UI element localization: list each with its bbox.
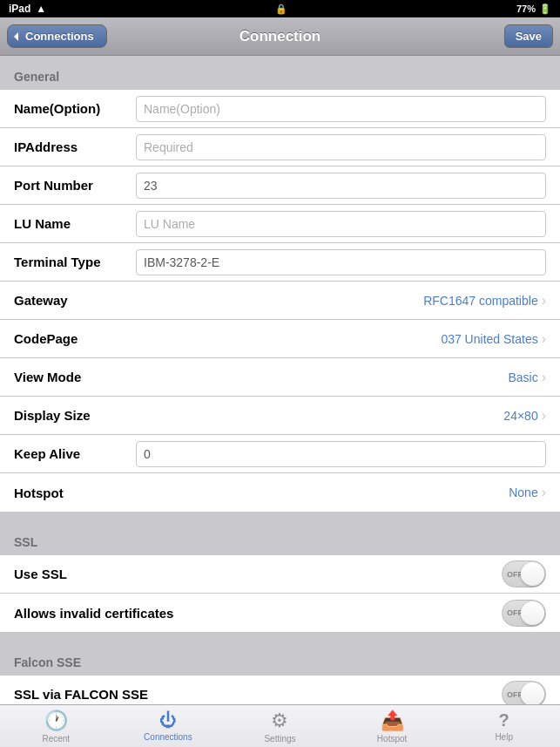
keep-alive-label: Keep Alive bbox=[14, 446, 136, 461]
lu-name-input[interactable] bbox=[136, 211, 546, 237]
nav-bar: Connections Connection Save bbox=[0, 17, 560, 56]
recent-icon: 🕐 bbox=[44, 710, 68, 732]
terminal-type-row: Terminal Type bbox=[0, 243, 560, 282]
view-mode-row[interactable]: View Mode Basic › bbox=[0, 358, 560, 397]
tab-recent[interactable]: 🕐 Recent bbox=[0, 705, 112, 747]
codepage-value[interactable]: 037 United States › bbox=[136, 331, 546, 347]
hotspot-icon: 📤 bbox=[381, 710, 404, 732]
name-option-label: Name(Option) bbox=[14, 101, 136, 116]
ip-address-label: IPAddress bbox=[14, 139, 136, 154]
hotspot-value-text: None bbox=[509, 486, 537, 499]
save-button[interactable]: Save bbox=[504, 24, 553, 48]
invalid-certs-knob bbox=[521, 601, 544, 625]
ssl-falcon-knob bbox=[521, 682, 544, 704]
display-size-value[interactable]: 24×80 › bbox=[136, 408, 546, 424]
ssl-falcon-label: SSL via FALCON SSE bbox=[14, 687, 148, 702]
name-option-input[interactable] bbox=[136, 96, 546, 122]
display-size-value-text: 24×80 bbox=[503, 409, 537, 423]
invalid-certs-row: Allows invalid certificates OFF bbox=[0, 594, 560, 632]
settings-label: Settings bbox=[264, 734, 295, 744]
nav-title: Connection bbox=[240, 28, 321, 45]
view-mode-value-text: Basic bbox=[508, 370, 537, 384]
view-mode-value[interactable]: Basic › bbox=[136, 370, 546, 385]
battery-label: 77% bbox=[516, 3, 536, 14]
carrier-label: iPad bbox=[9, 3, 30, 15]
ssl-falcon-row: SSL via FALCON SSE OFF bbox=[0, 676, 560, 704]
gateway-chevron-icon: › bbox=[542, 293, 546, 309]
settings-icon: ⚙ bbox=[271, 710, 288, 732]
tab-hotspot[interactable]: 📤 Hotspot bbox=[336, 705, 449, 747]
display-size-chevron-icon: › bbox=[542, 408, 546, 424]
back-button[interactable]: Connections bbox=[7, 24, 107, 48]
falcon-sse-table-group: SSL via FALCON SSE OFF IPAddress bbox=[0, 675, 560, 704]
codepage-chevron-icon: › bbox=[542, 331, 546, 347]
gateway-label: Gateway bbox=[14, 293, 136, 308]
lu-name-label: LU Name bbox=[14, 216, 136, 231]
gateway-row[interactable]: Gateway RFC1647 compatible › bbox=[0, 282, 560, 320]
port-number-input[interactable] bbox=[136, 173, 546, 199]
lock-icon: 🔒 bbox=[275, 3, 287, 15]
battery-icon: 🔋 bbox=[539, 3, 551, 15]
status-bar-left: iPad ▲ bbox=[9, 3, 46, 15]
lu-name-row: LU Name bbox=[0, 205, 560, 243]
codepage-value-text: 037 United States bbox=[441, 332, 537, 346]
falcon-sse-section-header: Falcon SSE bbox=[0, 642, 560, 675]
port-number-row: Port Number bbox=[0, 166, 560, 205]
ssl-table-group: Use SSL OFF Allows invalid certificates … bbox=[0, 554, 560, 633]
hotspot-chevron-icon: › bbox=[542, 485, 546, 500]
hotspot-value[interactable]: None › bbox=[136, 485, 546, 500]
ssl-falcon-toggle[interactable]: OFF bbox=[502, 681, 546, 704]
use-ssl-knob bbox=[521, 562, 544, 586]
view-mode-label: View Mode bbox=[14, 370, 136, 384]
view-mode-chevron-icon: › bbox=[542, 370, 546, 385]
ssl-section-header: SSL bbox=[0, 521, 560, 554]
tab-bar: 🕐 Recent ⏻ Connections ⚙ Settings 📤 Hots… bbox=[0, 704, 560, 747]
use-ssl-row: Use SSL OFF bbox=[0, 555, 560, 594]
display-size-label: Display Size bbox=[14, 408, 136, 423]
ip-address-row: IPAddress bbox=[0, 128, 560, 166]
port-number-label: Port Number bbox=[14, 178, 136, 193]
help-icon: ? bbox=[499, 710, 509, 730]
gateway-value-text: RFC1647 compatible bbox=[423, 294, 538, 308]
tab-help[interactable]: ? Help bbox=[448, 705, 560, 747]
hotspot-label: Hotspot bbox=[14, 486, 136, 500]
gateway-value[interactable]: RFC1647 compatible › bbox=[136, 293, 546, 309]
keep-alive-row: Keep Alive bbox=[0, 435, 560, 473]
invalid-certs-toggle[interactable]: OFF bbox=[502, 600, 546, 627]
recent-label: Recent bbox=[42, 734, 70, 744]
tab-connections[interactable]: ⏻ Connections bbox=[112, 705, 225, 747]
use-ssl-toggle[interactable]: OFF bbox=[502, 560, 546, 587]
codepage-row[interactable]: CodePage 037 United States › bbox=[0, 320, 560, 358]
help-label: Help bbox=[495, 732, 513, 742]
content-area: General Name(Option) IPAddress Port Numb… bbox=[0, 56, 560, 704]
wifi-icon: ▲ bbox=[36, 3, 46, 15]
keep-alive-input[interactable] bbox=[136, 441, 546, 467]
invalid-certs-label: Allows invalid certificates bbox=[14, 606, 173, 621]
display-size-row[interactable]: Display Size 24×80 › bbox=[0, 397, 560, 435]
tab-settings[interactable]: ⚙ Settings bbox=[224, 705, 336, 747]
use-ssl-label: Use SSL bbox=[14, 567, 136, 581]
status-bar: iPad ▲ 🔒 77% 🔋 bbox=[0, 0, 560, 17]
connections-label: Connections bbox=[144, 732, 192, 742]
terminal-type-input[interactable] bbox=[136, 249, 546, 275]
name-option-row: Name(Option) bbox=[0, 90, 560, 128]
hotspot-tab-label: Hotspot bbox=[377, 734, 407, 744]
status-bar-right: 77% 🔋 bbox=[516, 3, 551, 15]
general-section-header: General bbox=[0, 56, 560, 89]
ip-address-input[interactable] bbox=[136, 134, 546, 160]
hotspot-row[interactable]: Hotspot None › bbox=[0, 473, 560, 512]
connections-icon: ⏻ bbox=[159, 710, 177, 730]
general-table-group: Name(Option) IPAddress Port Number LU Na… bbox=[0, 89, 560, 513]
terminal-type-label: Terminal Type bbox=[14, 255, 136, 269]
codepage-label: CodePage bbox=[14, 331, 136, 346]
